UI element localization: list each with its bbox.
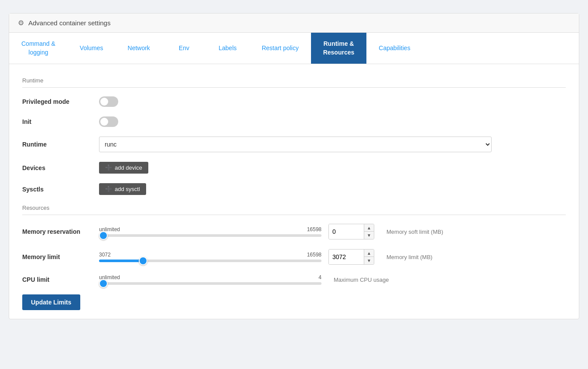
cpu-limit-slider[interactable] xyxy=(99,282,321,285)
tab-runtime-resources[interactable]: Runtime & Resources xyxy=(311,33,367,64)
init-slider xyxy=(99,116,118,127)
tab-env[interactable]: Env xyxy=(162,33,206,64)
add-sysctl-button[interactable]: ➕ add sysctl xyxy=(99,183,146,195)
memory-limit-slider[interactable] xyxy=(99,260,321,262)
privileged-mode-slider xyxy=(99,96,118,107)
update-limits-container: Update Limits xyxy=(22,294,566,310)
memory-limit-input-wrapper: ▲ ▼ xyxy=(328,249,374,265)
memory-reservation-input[interactable] xyxy=(329,224,364,239)
cpu-limit-slider-container: unlimited 4 xyxy=(99,274,321,285)
cpu-limit-hint: Maximum CPU usage xyxy=(334,277,389,283)
memory-reservation-slider-container: unlimited 16598 xyxy=(99,226,321,237)
init-row: Init xyxy=(22,116,566,127)
privileged-mode-label: Privileged mode xyxy=(22,98,92,105)
tab-command-logging[interactable]: Command & logging xyxy=(9,33,68,64)
cpu-limit-label: CPU limit xyxy=(22,276,92,283)
init-label: Init xyxy=(22,118,92,125)
add-device-button[interactable]: ➕ add device xyxy=(99,162,148,174)
section-header: ⚙ Advanced container settings xyxy=(9,14,579,33)
add-device-button-label: add device xyxy=(115,164,142,171)
memory-limit-down-button[interactable]: ▼ xyxy=(364,257,374,264)
privileged-mode-row: Privileged mode xyxy=(22,96,566,107)
runtime-section-label: Runtime xyxy=(22,77,566,84)
tab-restart-policy[interactable]: Restart policy xyxy=(250,33,311,64)
memory-limit-up-button[interactable]: ▲ xyxy=(364,249,374,257)
init-toggle[interactable] xyxy=(99,116,118,127)
devices-label: Devices xyxy=(22,164,92,171)
memory-reservation-label: Memory reservation xyxy=(22,228,92,235)
tab-volumes[interactable]: Volumes xyxy=(68,33,116,64)
gear-icon: ⚙ xyxy=(18,19,24,27)
runtime-select[interactable]: runc xyxy=(99,137,492,152)
memory-limit-hint: Memory limit (MB) xyxy=(386,254,432,260)
memory-reservation-slider[interactable] xyxy=(99,234,321,237)
runtime-row: Runtime runc xyxy=(22,137,566,152)
cpu-limit-row: CPU limit unlimited 4 Maximum CPU usage xyxy=(22,274,566,285)
memory-reservation-down-button[interactable]: ▼ xyxy=(364,232,374,239)
sysctls-row: Sysctls ➕ add sysctl xyxy=(22,183,566,195)
runtime-section: Runtime xyxy=(22,77,566,88)
memory-reservation-input-wrapper: ▲ ▼ xyxy=(328,224,374,239)
memory-reservation-spinners: ▲ ▼ xyxy=(364,224,374,239)
memory-limit-slider-container: 3072 16598 xyxy=(99,252,321,262)
tab-capabilities[interactable]: Capabilities xyxy=(366,33,422,64)
add-sysctl-button-label: add sysctl xyxy=(115,186,140,192)
runtime-label: Runtime xyxy=(22,141,92,148)
add-device-plus-icon: ➕ xyxy=(105,164,112,171)
tabs-container: Command & logging Volumes Network Env La… xyxy=(9,33,579,64)
tab-labels[interactable]: Labels xyxy=(206,33,250,64)
memory-limit-input[interactable] xyxy=(329,249,364,264)
content-area: Runtime Privileged mode Init xyxy=(9,64,579,319)
tab-network[interactable]: Network xyxy=(116,33,162,64)
section-header-title: Advanced container settings xyxy=(28,19,110,27)
memory-limit-spinners: ▲ ▼ xyxy=(364,249,374,264)
memory-reservation-row: Memory reservation unlimited 16598 ▲ ▼ M… xyxy=(22,224,566,239)
memory-limit-row: Memory limit 3072 16598 ▲ ▼ Memory limit… xyxy=(22,249,566,265)
add-sysctl-plus-icon: ➕ xyxy=(105,186,112,192)
resources-section: Resources xyxy=(22,205,566,215)
devices-row: Devices ➕ add device xyxy=(22,162,566,174)
memory-reservation-up-button[interactable]: ▲ xyxy=(364,224,374,232)
memory-reservation-hint: Memory soft limit (MB) xyxy=(386,229,443,235)
sysctls-label: Sysctls xyxy=(22,186,92,193)
privileged-mode-toggle[interactable] xyxy=(99,96,118,107)
update-limits-button[interactable]: Update Limits xyxy=(22,294,80,310)
memory-limit-label: Memory limit xyxy=(22,253,92,260)
resources-section-label: Resources xyxy=(22,205,566,211)
